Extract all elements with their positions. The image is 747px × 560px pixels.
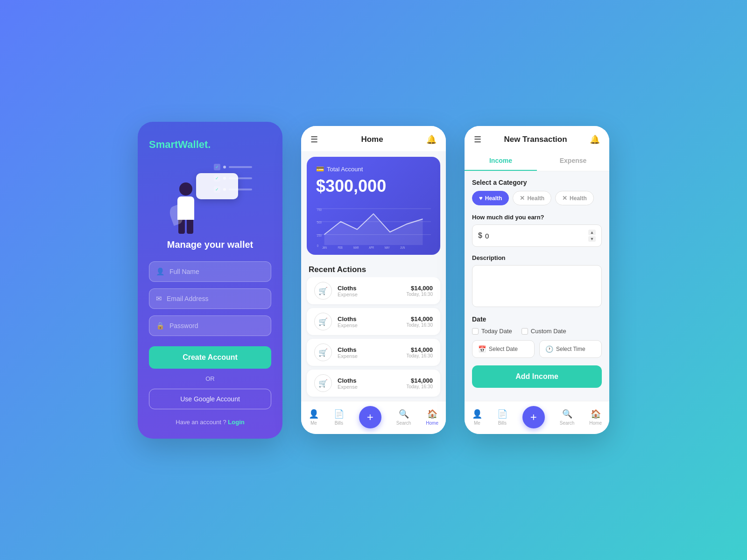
total-label: 💳 Total Account bbox=[316, 165, 431, 173]
tab-expense[interactable]: Expense bbox=[537, 151, 609, 171]
tx-me-label: Me bbox=[474, 420, 480, 426]
category-chip-health-1[interactable]: ✕ Health bbox=[513, 191, 551, 205]
category-label: Select a Category bbox=[472, 179, 602, 186]
lock-icon: 🔒 bbox=[156, 322, 165, 330]
svg-text:JAN: JAN bbox=[322, 246, 327, 249]
tx-home-icon: 🏠 bbox=[591, 409, 601, 419]
svg-text:JUN: JUN bbox=[400, 246, 405, 249]
transaction-info: Cloths Expense bbox=[338, 377, 406, 390]
tx-menu-icon[interactable]: ☰ bbox=[474, 134, 481, 145]
nav-bills[interactable]: 📄 Bills bbox=[334, 409, 344, 426]
svg-text:FEB: FEB bbox=[338, 246, 343, 249]
stepper-down[interactable]: ▼ bbox=[588, 236, 596, 242]
check-dot bbox=[223, 166, 226, 168]
tx-nav-search[interactable]: 🔍 Search bbox=[560, 409, 575, 426]
home-screen: ☰ Home 🔔 💳 Total Account $300,000 750 50… bbox=[301, 126, 446, 434]
leaf-decoration bbox=[170, 206, 189, 229]
nav-add-button[interactable]: + bbox=[359, 406, 381, 428]
notification-icon[interactable]: 🔔 bbox=[426, 134, 437, 145]
home-nav-label: Home bbox=[426, 420, 438, 426]
transaction-amount-col: $14,000 Today, 16:30 bbox=[406, 377, 433, 389]
svg-text:250: 250 bbox=[317, 233, 322, 237]
earn-label: How much did you earn? bbox=[472, 214, 602, 221]
hero-illustration: ✓ ✓ ✓ bbox=[168, 159, 252, 234]
transaction-icon: 🛒 bbox=[314, 282, 332, 300]
transaction-type: Expense bbox=[338, 384, 406, 390]
tx-nav-me[interactable]: 👤 Me bbox=[472, 409, 482, 426]
email-input[interactable] bbox=[167, 295, 264, 302]
transaction-amount: $14,000 bbox=[406, 346, 433, 353]
transaction-info: Cloths Expense bbox=[338, 346, 406, 359]
tx-bills-icon: 📄 bbox=[497, 409, 507, 419]
home-bottom-nav: 👤 Me 📄 Bills + 🔍 Search 🏠 Home bbox=[301, 401, 446, 434]
transaction-amount: $14,000 bbox=[406, 315, 433, 322]
nav-search[interactable]: 🔍 Search bbox=[396, 409, 411, 426]
today-checkbox[interactable] bbox=[472, 328, 479, 335]
password-input[interactable] bbox=[169, 322, 264, 329]
today-date-option[interactable]: Today Date bbox=[472, 328, 512, 335]
menu-icon[interactable]: ☰ bbox=[310, 134, 318, 145]
tx-bills-label: Bills bbox=[498, 420, 507, 426]
checkbox: ✓ bbox=[214, 164, 220, 170]
transaction-item[interactable]: 🛒 Cloths Expense $14,000 Today, 16:30 bbox=[307, 308, 440, 335]
stepper-up[interactable]: ▲ bbox=[588, 230, 596, 235]
total-account-card: 💳 Total Account $300,000 750 500 250 0 J… bbox=[307, 157, 440, 255]
svg-marker-7 bbox=[324, 214, 423, 245]
select-time-button[interactable]: 🕐 Select Time bbox=[539, 340, 602, 358]
amount-stepper[interactable]: ▲ ▼ bbox=[588, 230, 596, 242]
search-icon: 🔍 bbox=[399, 409, 409, 419]
transaction-body: Select a Category ♥ Health ✕ Health ✕ He… bbox=[465, 171, 609, 401]
tx-notification-icon[interactable]: 🔔 bbox=[590, 134, 600, 145]
custom-date-option[interactable]: Custom Date bbox=[521, 328, 566, 335]
calendar-icon: 📅 bbox=[478, 345, 486, 353]
check-line bbox=[229, 177, 252, 179]
check-dot bbox=[223, 188, 226, 191]
nav-home[interactable]: 🏠 Home bbox=[426, 409, 438, 426]
add-income-button[interactable]: Add Income bbox=[472, 365, 602, 388]
amount-input[interactable] bbox=[485, 232, 588, 240]
transaction-item[interactable]: 🛒 Cloths Expense $14,000 Today, 16:30 bbox=[307, 370, 440, 397]
svg-text:MAR: MAR bbox=[353, 246, 359, 249]
tx-nav-bills[interactable]: 📄 Bills bbox=[497, 409, 507, 426]
transaction-bottom-nav: 👤 Me 📄 Bills + 🔍 Search 🏠 Home bbox=[465, 401, 609, 434]
transaction-type: Expense bbox=[338, 292, 406, 297]
clock-icon: 🕐 bbox=[545, 345, 553, 353]
google-account-button[interactable]: Use Google Account bbox=[149, 389, 271, 409]
full-name-field[interactable]: 👤 bbox=[149, 261, 271, 282]
tx-home-label: Home bbox=[589, 420, 602, 426]
checkbox: ✓ bbox=[214, 175, 220, 182]
home-title: Home bbox=[361, 135, 383, 144]
check-row: ✓ bbox=[214, 175, 252, 182]
select-date-button[interactable]: 📅 Select Date bbox=[472, 340, 535, 358]
custom-checkbox[interactable] bbox=[521, 328, 528, 335]
email-field[interactable]: ✉ bbox=[149, 288, 271, 309]
transaction-item[interactable]: 🛒 Cloths Expense $14,000 Today, 16:30 bbox=[307, 339, 440, 366]
tx-search-label: Search bbox=[560, 420, 575, 426]
tx-nav-add-button[interactable]: + bbox=[522, 406, 545, 428]
transaction-item[interactable]: 🛒 Cloths Expense $14,000 Today, 16:30 bbox=[307, 277, 440, 304]
transaction-icon: 🛒 bbox=[314, 313, 332, 330]
transaction-icon: 🛒 bbox=[314, 343, 332, 361]
transaction-name: Cloths bbox=[338, 285, 406, 292]
category-chip-health-active[interactable]: ♥ Health bbox=[472, 191, 509, 205]
full-name-input[interactable] bbox=[169, 268, 264, 275]
transaction-amount: $14,000 bbox=[406, 285, 433, 292]
transaction-icon: 🛒 bbox=[314, 374, 332, 392]
search-label: Search bbox=[396, 420, 411, 426]
transaction-amount-col: $14,000 Today, 16:30 bbox=[406, 285, 433, 297]
tab-income[interactable]: Income bbox=[465, 151, 537, 171]
tx-nav-home[interactable]: 🏠 Home bbox=[589, 409, 602, 426]
amount-input-wrap[interactable]: $ ▲ ▼ bbox=[472, 224, 602, 247]
create-account-button[interactable]: Create Account bbox=[149, 346, 271, 369]
transaction-info: Cloths Expense bbox=[338, 285, 406, 297]
app-logo: SmartWallet. bbox=[149, 139, 211, 151]
account-chart: 750 500 250 0 JAN FEB MAR APR MAY JUN bbox=[316, 203, 431, 250]
password-field[interactable]: 🔒 bbox=[149, 315, 271, 336]
nav-me[interactable]: 👤 Me bbox=[309, 409, 319, 426]
login-link[interactable]: Login bbox=[228, 419, 244, 426]
category-chip-health-2[interactable]: ✕ Health bbox=[555, 191, 594, 205]
figure-head bbox=[179, 182, 192, 196]
description-textarea[interactable] bbox=[472, 265, 602, 307]
transaction-header: ☰ New Transaction 🔔 bbox=[465, 126, 609, 151]
transaction-type: Expense bbox=[338, 322, 406, 328]
